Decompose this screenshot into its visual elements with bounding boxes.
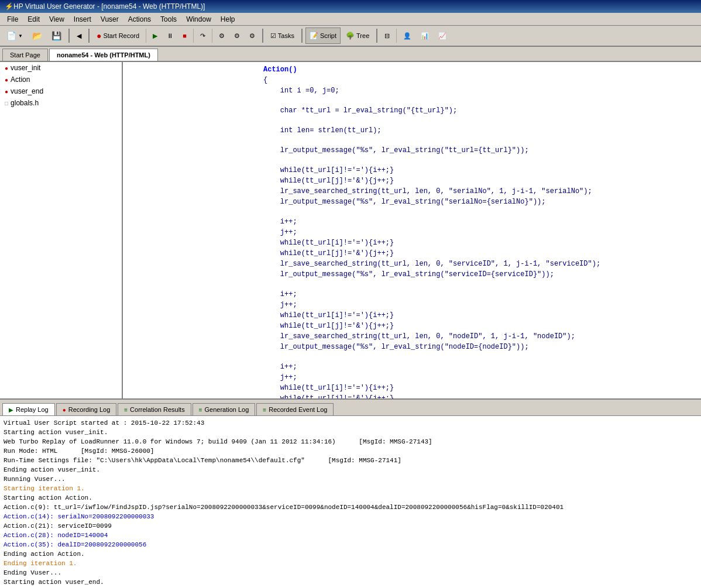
tree-item-action[interactable]: ● Action	[0, 74, 122, 85]
code-line: lr_output_message("%s", lr_eval_string("…	[123, 197, 701, 207]
action-icon: ●	[5, 77, 8, 83]
stop-button[interactable]: ■	[178, 27, 191, 44]
compile-button[interactable]: ⚙	[215, 27, 229, 44]
play-button[interactable]: ▶	[149, 27, 161, 44]
log-line: Virtual User Script started at : 2015-10…	[4, 418, 697, 428]
log-area: Virtual User Script started at : 2015-10…	[0, 416, 701, 588]
code-line: while(tt_url[j]!='&'){j++;}	[123, 248, 701, 259]
code-line: while(tt_url[i]!='='){i++;}	[123, 238, 701, 248]
script-label: Script	[320, 32, 336, 39]
code-line: i++;	[123, 362, 701, 372]
menu-vuser[interactable]: Vuser	[96, 14, 123, 25]
code-line: lr_output_message("%s", lr_eval_string("…	[123, 269, 701, 280]
results-icon: 📈	[438, 32, 446, 40]
title-text: HP Virtual User Generator - [noname54 - …	[13, 2, 205, 11]
pause-icon: ⏸	[167, 32, 173, 39]
generation-icon: ≡	[199, 407, 202, 413]
run-settings-icon: ⚙	[234, 32, 240, 40]
step-button[interactable]: ↷	[196, 27, 209, 44]
code-line: int i =0, j=0;	[123, 85, 701, 96]
log-line: Starting action vuser_init.	[4, 428, 697, 437]
replay-icon: ▶	[9, 407, 13, 413]
log-line: Action.c(14): serialNo=2008092200000033	[4, 512, 697, 521]
log-line: Ending action vuser_init.	[4, 465, 697, 474]
title-bar: ⚡ HP Virtual User Generator - [noname54 …	[0, 0, 701, 13]
layout-button[interactable]: ⊟	[380, 27, 394, 44]
tab-noname54[interactable]: noname54 - Web (HTTP/HTML)	[49, 49, 158, 61]
new-dropdown[interactable]: ▼	[18, 33, 23, 39]
tasks-label: Tasks	[278, 32, 294, 39]
bottom-tab-bar: ▶ Replay Log ● Recording Log ≡ Correlati…	[0, 400, 701, 416]
menu-file[interactable]: File	[2, 14, 23, 25]
tab-generation-log[interactable]: ≡ Generation Log	[193, 403, 256, 415]
separator-5	[212, 29, 212, 43]
menu-tools[interactable]: Tools	[156, 14, 181, 25]
agent-icon: 👤	[403, 32, 411, 40]
title-icon: ⚡	[5, 2, 13, 11]
stop-icon: ■	[183, 32, 187, 39]
log-line: Action.c(9): tt_url=/iwflow/FindJspID.js…	[4, 503, 697, 512]
tab-recorded-event-log[interactable]: ≡ Recorded Event Log	[256, 403, 334, 415]
code-line: while(tt_url[i]!='='){i++;}	[123, 383, 701, 393]
separator-1	[68, 29, 70, 43]
code-line: while(tt_url[j]!='&'){j++;}	[123, 321, 701, 331]
log-line: Starting iteration 1.	[4, 484, 697, 493]
menu-insert[interactable]: Insert	[69, 14, 96, 25]
tab-correlation-results[interactable]: ≡ Correlation Results	[118, 403, 191, 415]
code-line: while(tt_url[i]!='='){i++;}	[123, 165, 701, 176]
code-line: int len= strlen(tt_url);	[123, 125, 701, 136]
results-button[interactable]: 📈	[434, 27, 451, 44]
log-line: Ending iteration 1.	[4, 559, 697, 568]
monitor-button[interactable]: 📊	[417, 27, 433, 44]
menu-edit[interactable]: Edit	[23, 14, 44, 25]
globals-icon: □	[5, 100, 8, 106]
vuser-init-icon: ●	[5, 65, 8, 71]
recorded-event-icon: ≡	[263, 407, 266, 413]
run-settings-button[interactable]: ⚙	[230, 27, 244, 44]
menu-help[interactable]: Help	[216, 14, 240, 25]
save-icon: 💾	[51, 31, 61, 40]
play-icon: ▶	[153, 32, 157, 40]
code-line	[123, 207, 701, 216]
log-line: Run-Time Settings file: "C:\Users\hk\App…	[4, 456, 697, 465]
tasks-button[interactable]: ☑ Tasks	[266, 27, 298, 44]
code-line: lr_save_searched_string(tt_url, len, 0, …	[123, 331, 701, 342]
menu-view[interactable]: View	[44, 14, 69, 25]
tab-recording-log[interactable]: ● Recording Log	[56, 403, 117, 415]
log-line: Ending Vuser...	[4, 568, 697, 577]
new-icon: 📄	[6, 31, 16, 40]
tab-replay-log[interactable]: ▶ Replay Log	[2, 403, 55, 415]
code-line	[123, 156, 701, 165]
menu-bar: File Edit View Insert Vuser Actions Tool…	[0, 13, 701, 26]
left-panel: ● vuser_init ● Action ● vuser_end □ glob…	[0, 62, 123, 398]
save-button[interactable]: 💾	[47, 27, 66, 44]
log-line: Running Vuser...	[4, 474, 697, 484]
compile-icon: ⚙	[219, 32, 225, 40]
code-line: {	[123, 75, 701, 85]
menu-actions[interactable]: Actions	[123, 14, 156, 25]
code-line	[123, 136, 701, 145]
tree-item-vuser-end[interactable]: ● vuser_end	[0, 85, 122, 97]
start-record-button[interactable]: ● Start Record	[92, 27, 143, 44]
open-button[interactable]: 📂	[28, 27, 46, 44]
tree-button[interactable]: 🌳 Tree	[342, 27, 373, 44]
separator-8	[376, 29, 377, 43]
script-icon: 📝	[310, 32, 318, 40]
separator-9	[396, 29, 397, 43]
back-button[interactable]: ◀	[73, 27, 85, 44]
code-line: lr_output_message("%s", lr_eval_string("…	[123, 342, 701, 352]
new-button[interactable]: 📄 ▼	[2, 27, 27, 44]
tree-item-globals[interactable]: □ globals.h	[0, 97, 122, 109]
options-button[interactable]: ⚙	[245, 27, 259, 44]
tab-start-page[interactable]: Start Page	[2, 49, 48, 61]
log-line: Action.c(35): dealID=2008092200000056	[4, 540, 697, 549]
pause-button[interactable]: ⏸	[163, 27, 177, 44]
script-button[interactable]: 📝 Script	[305, 27, 341, 44]
code-line: lr_save_searched_string(tt_url, len, 0, …	[123, 186, 701, 197]
code-editor[interactable]: Action(){ int i =0, j=0; char *tt_url = …	[123, 62, 701, 398]
agent-button[interactable]: 👤	[399, 27, 415, 44]
menu-window[interactable]: Window	[181, 14, 216, 25]
log-line: Action.c(28): nodeID=140004	[4, 531, 697, 540]
log-line: Starting action vuser_end.	[4, 577, 697, 587]
tree-item-vuser-init[interactable]: ● vuser_init	[0, 62, 122, 74]
